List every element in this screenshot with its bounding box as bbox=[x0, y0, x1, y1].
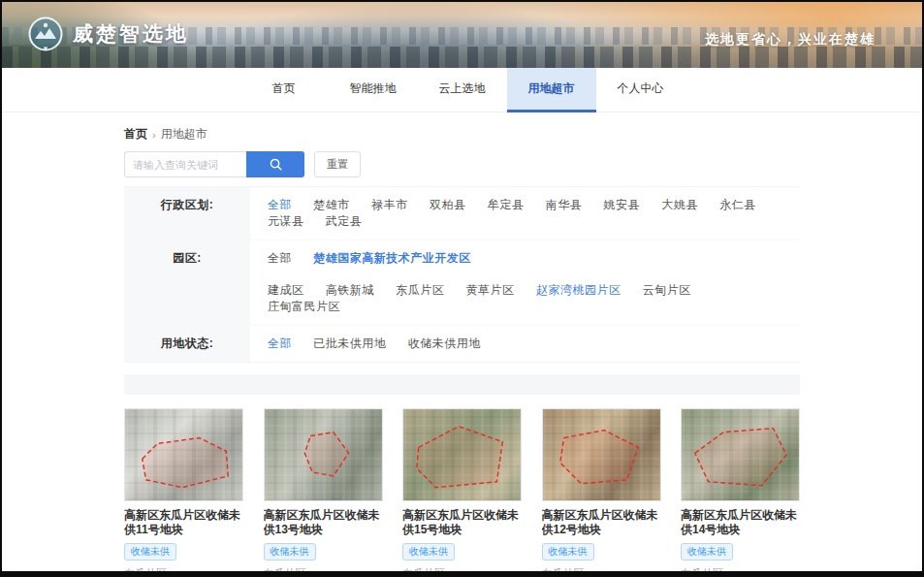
parcel-title: 高新区东瓜片区收储未供11号地块 bbox=[124, 508, 243, 537]
status-option-all[interactable]: 全部 bbox=[268, 336, 292, 352]
site-logo-icon bbox=[27, 16, 64, 52]
parcel-satellite-image bbox=[402, 408, 522, 501]
filter-row-park: 园区: 全部 楚雄国家高新技术产业开发区 建成区 高铁新城 东瓜片区 黄草片区 … bbox=[124, 240, 800, 326]
park-subarea-option[interactable]: 建成区 bbox=[268, 282, 304, 299]
district-option[interactable]: 牟定县 bbox=[488, 197, 525, 213]
breadcrumb-home[interactable]: 首页 bbox=[124, 126, 147, 143]
district-option-all[interactable]: 全部 bbox=[268, 197, 292, 213]
park-option-all[interactable]: 全部 bbox=[268, 250, 292, 267]
parcel-satellite-image bbox=[681, 408, 800, 501]
brand: 威楚智选地 bbox=[27, 16, 189, 52]
nav-tab-smart-land[interactable]: 智能推地 bbox=[329, 68, 418, 112]
parcel-area: 东瓜片区 bbox=[402, 566, 522, 577]
park-option-hightech-zone[interactable]: 楚雄国家高新技术产业开发区 bbox=[313, 250, 471, 267]
nav-tab-land-market[interactable]: 用地超市 bbox=[507, 68, 596, 112]
parcel-title: 高新区东瓜片区收储未供13号地块 bbox=[264, 508, 383, 537]
status-option-approved-unsupplied[interactable]: 已批未供用地 bbox=[313, 336, 386, 352]
park-subarea-option[interactable]: 黄草片区 bbox=[466, 282, 515, 299]
district-option[interactable]: 双柏县 bbox=[430, 197, 466, 213]
parcel-area: 东瓜片区 bbox=[681, 566, 800, 577]
nav-tab-home[interactable]: 首页 bbox=[239, 68, 329, 112]
parcel-title: 高新区东瓜片区收储未供15号地块 bbox=[402, 508, 522, 537]
site-title: 威楚智选地 bbox=[73, 20, 189, 48]
land-card[interactable]: 高新区东瓜片区收储未供14号地块 收储未供 东瓜片区 223.07亩 bbox=[681, 408, 800, 577]
park-subarea-option[interactable]: 高铁新城 bbox=[326, 282, 374, 299]
app-window: 威楚智选地 选地更省心，兴业在楚雄 首页 智能推地 云上选地 用地超市 个人中心… bbox=[0, 0, 924, 577]
nav-tab-cloud-select[interactable]: 云上选地 bbox=[418, 68, 507, 112]
land-card[interactable]: 高新区东瓜片区收储未供11号地块 收储未供 东瓜片区 18.90亩 bbox=[124, 408, 243, 577]
district-option[interactable]: 楚雄市 bbox=[313, 197, 350, 213]
status-badge: 收储未供 bbox=[124, 543, 176, 561]
main-content: 首页 › 用地超市 重置 行政区划: 全部 楚雄市 禄丰市 bbox=[124, 112, 800, 577]
status-option-reserved-unsupplied[interactable]: 收储未供用地 bbox=[408, 336, 481, 352]
filter-row-status: 用地状态: 全部 已批未供用地 收储未供用地 bbox=[124, 326, 800, 362]
park-main-row: 全部 楚雄国家高新技术产业开发区 bbox=[268, 250, 800, 267]
main-nav: 首页 智能推地 云上选地 用地超市 个人中心 bbox=[2, 68, 922, 112]
toolbar-strip bbox=[124, 374, 800, 395]
search-input[interactable] bbox=[124, 151, 246, 177]
banner-slogan: 选地更省心，兴业在楚雄 bbox=[705, 31, 876, 48]
parcel-satellite-image bbox=[542, 408, 661, 501]
district-option[interactable]: 南华县 bbox=[546, 197, 583, 213]
land-card-grid: 高新区东瓜片区收储未供11号地块 收储未供 东瓜片区 18.90亩 bbox=[124, 408, 800, 577]
parcel-satellite-image bbox=[124, 408, 243, 501]
land-card[interactable]: 高新区东瓜片区收储未供13号地块 收储未供 东瓜片区 1.74亩 bbox=[264, 408, 383, 577]
parcel-satellite-image bbox=[264, 408, 383, 501]
parcel-area: 东瓜片区 bbox=[124, 566, 243, 577]
park-subarea-option[interactable]: 庄甸富民片区 bbox=[268, 299, 340, 315]
district-option[interactable]: 大姚县 bbox=[661, 197, 698, 213]
filter-label-status: 用地状态: bbox=[124, 326, 250, 362]
district-option[interactable]: 永仁县 bbox=[719, 197, 756, 213]
district-option[interactable]: 元谋县 bbox=[268, 213, 304, 230]
land-card[interactable]: 高新区东瓜片区收储未供15号地块 收储未供 东瓜片区 226.71亩 bbox=[402, 408, 522, 577]
filter-label-district: 行政区划: bbox=[124, 187, 250, 240]
district-option[interactable]: 禄丰市 bbox=[371, 197, 408, 213]
parcel-title: 高新区东瓜片区收储未供14号地块 bbox=[681, 508, 800, 537]
parcel-title: 高新区东瓜片区收储未供12号地块 bbox=[542, 508, 661, 537]
hero-banner: 威楚智选地 选地更省心，兴业在楚雄 bbox=[2, 2, 922, 68]
search-icon bbox=[269, 157, 283, 172]
park-subarea-option-selected[interactable]: 赵家湾桃园片区 bbox=[536, 282, 621, 299]
nav-tab-personal-center[interactable]: 个人中心 bbox=[596, 68, 685, 112]
search-button[interactable] bbox=[246, 151, 304, 177]
status-badge: 收储未供 bbox=[402, 543, 455, 561]
district-option[interactable]: 武定县 bbox=[326, 213, 363, 230]
parcel-area: 东瓜片区 bbox=[264, 566, 383, 577]
breadcrumb-current: 用地超市 bbox=[161, 126, 207, 143]
parcel-area: 东瓜片区 bbox=[542, 566, 661, 577]
status-badge: 收储未供 bbox=[681, 543, 733, 561]
breadcrumb: 首页 › 用地超市 bbox=[124, 112, 800, 143]
status-badge: 收储未供 bbox=[542, 543, 594, 561]
reset-button[interactable]: 重置 bbox=[314, 151, 361, 177]
park-subarea-option[interactable]: 云甸片区 bbox=[643, 282, 691, 299]
district-option[interactable]: 姚安县 bbox=[604, 197, 641, 213]
filter-label-park: 园区: bbox=[124, 240, 250, 325]
park-sub-row: 建成区 高铁新城 东瓜片区 黄草片区 赵家湾桃园片区 云甸片区 庄甸富民片区 bbox=[268, 267, 800, 315]
search-bar: 重置 bbox=[124, 151, 800, 177]
land-card[interactable]: 高新区东瓜片区收储未供12号地块 收储未供 东瓜片区 13.56亩 bbox=[542, 408, 661, 577]
park-subarea-option[interactable]: 东瓜片区 bbox=[396, 282, 444, 299]
breadcrumb-separator-icon: › bbox=[152, 129, 156, 141]
filter-row-district: 行政区划: 全部 楚雄市 禄丰市 双柏县 牟定县 南华县 姚安县 大姚县 永仁县… bbox=[124, 187, 800, 240]
filter-panel: 行政区划: 全部 楚雄市 禄丰市 双柏县 牟定县 南华县 姚安县 大姚县 永仁县… bbox=[124, 186, 800, 363]
status-badge: 收储未供 bbox=[264, 543, 316, 561]
